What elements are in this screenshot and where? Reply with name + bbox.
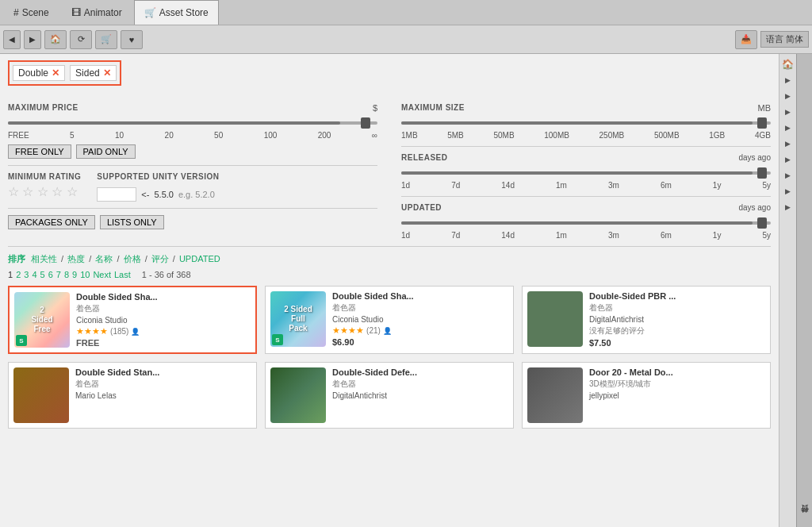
rating-stars[interactable]: ☆ ☆ ☆ ☆ ☆	[8, 184, 81, 199]
free-only-button[interactable]: FREE ONLY	[8, 144, 71, 159]
asset-info-6: Door 20 - Metal Do... 3D模型/环境/城市 jellypi…	[589, 367, 765, 423]
scene-icon: #	[13, 7, 19, 18]
rating-count-1: (185)	[110, 327, 128, 336]
version-row: <- 5.5.0 e.g. 5.2.0	[97, 187, 219, 202]
page-5[interactable]: 5	[40, 270, 45, 279]
updated-filter: UPDATED days ago 1d 7d 14d 1m	[401, 203, 771, 240]
sidebar-item-5[interactable]: ▶	[781, 137, 795, 151]
asset-price-3: $7.50	[589, 338, 765, 348]
tab-scene[interactable]: # Scene	[3, 0, 59, 25]
sidebar-home[interactable]: 🏠	[781, 57, 795, 71]
tab-asset-store-label: Asset Store	[159, 7, 209, 18]
page-3[interactable]: 3	[24, 270, 29, 279]
tab-animator[interactable]: 🎞 Animator	[61, 0, 132, 25]
sidebar-item-7[interactable]: ▶	[781, 168, 795, 183]
spacer: 📥 语言 简体	[735, 30, 809, 49]
sort-relevance[interactable]: 相关性	[31, 254, 57, 264]
price-slider-thumb[interactable]	[361, 117, 370, 129]
page-9[interactable]: 9	[72, 270, 77, 279]
asset-author-6: jellypixel	[589, 391, 765, 400]
paid-only-button[interactable]: PAID ONLY	[76, 144, 136, 159]
filter-tag-sided-remove[interactable]: ✕	[103, 67, 111, 79]
min-rating-label: MINIMUM RATING	[8, 172, 81, 181]
max-size-label: MAXIMUM SIZE	[401, 103, 465, 112]
asset-author-5: DigitalAntichrist	[332, 391, 508, 400]
asset-category-3: 着色器	[589, 302, 765, 314]
asset-card-3[interactable]: Double-Sided PBR ... 着色器 DigitalAntichri…	[522, 286, 771, 354]
heart-button[interactable]: ♥	[121, 30, 143, 49]
asset-title-1: Double Sided Sha...	[76, 292, 251, 302]
sidebar-item-8[interactable]: ▶	[781, 184, 795, 198]
sidebar-arrow-9: ▶	[785, 203, 791, 211]
person-icon-2: 👤	[383, 327, 392, 335]
sidebar-arrow-2: ▶	[785, 92, 791, 100]
unity-version-filter: SUPPORTED UNITY VERSION <- 5.5.0 e.g. 5.…	[97, 172, 219, 202]
asset-card-4[interactable]: Double Sided Stan... 着色器 Mario Lelas	[8, 362, 257, 429]
asset-thumb-1: 2SidedFree S	[14, 292, 70, 348]
released-slider-thumb[interactable]	[757, 167, 767, 179]
size-slider-thumb[interactable]	[757, 117, 767, 129]
page-6[interactable]: 6	[48, 270, 53, 279]
released-slider-labels: 1d 7d 14d 1m 3m 6m 1y 5y	[401, 181, 771, 190]
right-sidebar: 🏠 ▶ ▶ ▶ ▶ ▶ ▶ ▶ ▶ ▶	[779, 54, 796, 527]
version-example: e.g. 5.2.0	[178, 190, 215, 199]
sort-hot[interactable]: 热度	[67, 254, 85, 264]
filter-left-col: MAXIMUM PRICE $ FREE 5 10 20	[8, 103, 377, 240]
filter-tag-sided[interactable]: Sided ✕	[70, 65, 117, 81]
download-button[interactable]: 📥	[735, 30, 757, 49]
price-slider-track	[8, 121, 377, 125]
stars-2: ★★★★	[332, 325, 364, 335]
sidebar-item-4[interactable]: ▶	[781, 121, 795, 135]
asset-card-5[interactable]: Double-Sided Defe... 着色器 DigitalAntichri…	[265, 362, 514, 429]
page-next[interactable]: Next	[93, 270, 111, 279]
released-slider-container	[401, 171, 771, 175]
page-4[interactable]: 4	[32, 270, 36, 279]
back-button[interactable]: ◀	[3, 30, 21, 49]
page-last[interactable]: Last	[114, 270, 131, 279]
asset-card-2[interactable]: 2 SidedFullPack S Double Sided Sha... 着色…	[265, 286, 514, 354]
sidebar-arrow-6: ▶	[785, 156, 791, 163]
sidebar-item-6[interactable]: ▶	[781, 152, 795, 167]
sidebar-item-2[interactable]: ▶	[781, 89, 795, 103]
language-button[interactable]: 语言 简体	[760, 31, 809, 48]
tab-asset-store[interactable]: 🛒 Asset Store	[134, 0, 219, 25]
sidebar-arrow-3: ▶	[785, 108, 791, 116]
price-slider-fill	[8, 121, 340, 125]
divider-5	[8, 246, 771, 247]
updated-slider-track	[401, 221, 771, 225]
page-8[interactable]: 8	[64, 270, 69, 279]
lists-only-button[interactable]: LISTS ONLY	[100, 215, 164, 229]
filter-tag-double-remove[interactable]: ✕	[52, 67, 59, 79]
updated-slider-thumb[interactable]	[757, 217, 767, 229]
asset-card-1[interactable]: 2SidedFree S Double Sided Sha... 着色器 Cic…	[8, 286, 257, 354]
filter-tag-double[interactable]: Double ✕	[13, 65, 65, 81]
asset-category-4: 着色器	[75, 379, 251, 390]
sidebar-item-9[interactable]: ▶	[781, 200, 795, 214]
asset-title-5: Double-Sided Defe...	[332, 367, 508, 377]
home-button[interactable]: 🏠	[44, 30, 67, 49]
rating-version-row: MINIMUM RATING ☆ ☆ ☆ ☆ ☆ SUPPORTED UNITY…	[8, 172, 377, 202]
refresh-button[interactable]: ⟳	[70, 30, 92, 49]
sort-name[interactable]: 名称	[95, 254, 113, 264]
unity-version-input[interactable]	[97, 187, 136, 202]
sort-updated[interactable]: UPDATED	[179, 254, 220, 264]
sort-bar: 排序 相关性 / 热度 / 名称 / 价格 / 评分 / UPDATED	[8, 253, 771, 265]
page-10[interactable]: 10	[80, 270, 90, 279]
sort-rating[interactable]: 评分	[151, 254, 169, 264]
cart-button[interactable]: 🛒	[95, 30, 117, 49]
asset-thumb-image-5	[270, 367, 326, 423]
filter-tag-double-label: Double	[18, 67, 48, 79]
min-rating-filter: MINIMUM RATING ☆ ☆ ☆ ☆ ☆	[8, 172, 81, 199]
sort-prefix: 排序	[8, 254, 25, 264]
asset-card-6[interactable]: Door 20 - Metal Do... 3D模型/环境/城市 jellypi…	[522, 362, 771, 429]
version-value: 5.5.0	[154, 190, 173, 199]
forward-button[interactable]: ▶	[24, 30, 41, 49]
page-7[interactable]: 7	[56, 270, 61, 279]
page-2[interactable]: 2	[16, 270, 21, 279]
sidebar-item-3[interactable]: ▶	[781, 105, 795, 119]
updated-slider-fill	[401, 221, 753, 225]
far-right-panel: 付费	[796, 54, 812, 527]
sort-price[interactable]: 价格	[124, 254, 141, 264]
packages-only-button[interactable]: PACKAGES ONLY	[8, 215, 95, 229]
sidebar-item-1[interactable]: ▶	[781, 73, 795, 87]
